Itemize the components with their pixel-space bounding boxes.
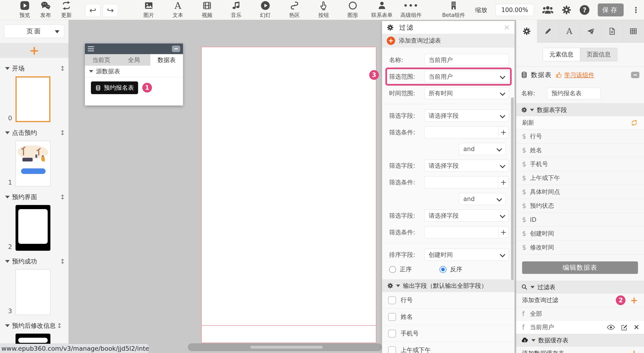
sort-field-select[interactable]: 创建时间 (424, 249, 509, 261)
tab-typography[interactable]: A (559, 20, 580, 42)
help-icon[interactable]: ? (580, 5, 590, 15)
save-button[interactable]: 保存 (598, 4, 624, 16)
tab-page-info[interactable]: 页面信息 (580, 48, 617, 61)
datatable-fields-header[interactable]: 数据表字段 (516, 104, 644, 116)
filter-condition-input[interactable]: + (424, 126, 509, 138)
radio-descending-selected[interactable] (440, 266, 446, 273)
pages-dropdown[interactable]: 页面 (4, 24, 64, 38)
minimize-icon[interactable] (631, 72, 639, 78)
redo-button[interactable]: ↪ (103, 4, 118, 17)
horizontal-scrollbar-thumb[interactable] (250, 346, 323, 348)
tab-current-page[interactable]: 当前页 (85, 54, 118, 66)
filter-condition-input[interactable]: + (424, 226, 509, 238)
data-cache-header[interactable]: 数据缓存表 (516, 334, 644, 346)
tab-send-plane[interactable] (580, 20, 601, 42)
field-row[interactable]: $预约状态 (516, 199, 644, 213)
plus-icon[interactable]: + (498, 226, 509, 238)
hamburger-icon[interactable] (88, 46, 94, 51)
output-fields-header[interactable]: 输出字段（默认输出全部字段） (382, 280, 514, 292)
insert-button-button[interactable]: 按钮 (309, 0, 338, 20)
field-row[interactable]: $上午或下午 (516, 171, 644, 185)
horizontal-scrollbar[interactable] (188, 343, 382, 351)
update-button[interactable]: 更新 (56, 0, 77, 20)
filter-item-row-selected[interactable]: f 当前用户 ✕ (516, 320, 644, 334)
edit-icon[interactable] (621, 324, 628, 331)
move-handle-icon[interactable]: ↕ (57, 322, 62, 330)
checkbox-unchecked[interactable] (388, 296, 396, 304)
tab-table-grid[interactable] (623, 20, 644, 42)
move-handle-icon[interactable]: ↕ (60, 65, 65, 72)
team-icon[interactable] (542, 5, 553, 14)
insert-slideshow-button[interactable]: 幻灯 (251, 0, 280, 20)
logic-operator-select[interactable]: and (459, 143, 506, 155)
scope-select[interactable]: 当前用户 (424, 70, 509, 82)
logic-operator-select[interactable]: and (459, 193, 506, 205)
add-data-cache-row[interactable]: 添加数据缓存表 + (516, 346, 644, 353)
field-row[interactable]: $创建时间 (516, 227, 644, 240)
output-checkbox-row[interactable]: 行号 (382, 292, 514, 308)
output-checkbox-row[interactable]: 姓名 (382, 308, 514, 325)
tab-global[interactable]: 全局 (118, 54, 150, 66)
insert-shape-button[interactable]: 图形 (338, 0, 367, 20)
checkbox-unchecked[interactable] (388, 346, 396, 353)
filter-tables-header[interactable]: 过滤表 (516, 281, 644, 293)
page-section-header[interactable]: 预约成功 ↕ (0, 257, 68, 266)
datatable-item[interactable]: 预约报名表 (91, 82, 138, 94)
field-row[interactable]: $ID (516, 213, 644, 227)
artboard-page[interactable] (201, 47, 376, 343)
tab-element-info[interactable]: 元素信息 (543, 48, 580, 61)
field-row[interactable]: $行号 (516, 130, 644, 144)
publish-button[interactable]: 发布 (35, 0, 56, 20)
advanced-components-button[interactable]: ••• 高级组件 (396, 0, 426, 20)
field-row[interactable]: $手机号 (516, 157, 644, 171)
zoom-input[interactable]: 100.00% (496, 4, 534, 16)
insert-hotzone-button[interactable]: 热区 (280, 0, 309, 20)
close-icon[interactable]: ✕ (504, 23, 510, 32)
insert-text-button[interactable]: A 文本 (163, 0, 192, 20)
field-row[interactable]: $姓名 (516, 144, 644, 157)
plus-icon[interactable]: + (630, 296, 638, 305)
tab-datatable[interactable]: 数据表 (150, 54, 183, 66)
tab-settings-gear[interactable] (516, 20, 537, 42)
checkbox-unchecked[interactable] (388, 313, 396, 321)
edit-datatable-button[interactable]: 编辑数据表 (522, 262, 638, 274)
add-page-button[interactable]: + (0, 43, 68, 58)
vertical-scrollbar-thumb[interactable] (511, 98, 514, 280)
refresh-row[interactable]: 刷新 (516, 116, 644, 130)
page-thumbnail-selected[interactable] (16, 76, 50, 122)
time-range-select[interactable]: 所有时间 (424, 87, 509, 99)
output-checkbox-row[interactable]: 上午或下午 (382, 342, 514, 353)
beta-components-button[interactable]: Beta组件 (434, 0, 473, 20)
move-handle-icon[interactable]: ↕ (60, 258, 65, 265)
move-handle-icon[interactable]: ↕ (60, 129, 65, 137)
filter-name-input[interactable]: 当前用户 (424, 54, 509, 66)
output-checkbox-row[interactable]: 手机号 (382, 325, 514, 342)
plus-icon[interactable]: + (630, 349, 638, 353)
refresh-icon[interactable] (630, 119, 638, 126)
page-thumbnail[interactable] (16, 141, 50, 186)
field-row[interactable]: $修改时间 (516, 240, 644, 254)
filter-field-select[interactable]: 请选择字段 (424, 210, 509, 222)
plus-icon[interactable]: + (498, 126, 509, 138)
field-row[interactable]: $具体时间点 (516, 185, 644, 199)
minimize-icon[interactable] (172, 46, 180, 52)
insert-image-button[interactable]: 图片 (134, 0, 163, 20)
add-query-filter-row[interactable]: 添加查询过滤 2 + (516, 293, 644, 307)
insert-contact-form-button[interactable]: 联系表单 (367, 0, 396, 20)
insert-video-button[interactable]: 视频 (192, 0, 222, 20)
add-query-filter-table-row[interactable]: + 添加查询过滤表 (382, 34, 514, 48)
undo-button[interactable]: ↩ (85, 4, 100, 17)
component-name-input[interactable]: 预约报名表 (547, 88, 601, 99)
page-section-header[interactable]: 点击预约 ↕ (0, 128, 68, 138)
tab-document[interactable] (601, 20, 622, 42)
radio-ascending[interactable] (389, 266, 396, 273)
delete-icon[interactable]: ✕ (634, 323, 639, 331)
filter-item-row[interactable]: f 全部 (516, 307, 644, 320)
insert-music-button[interactable]: 音乐 (222, 0, 251, 20)
plus-icon[interactable]: + (498, 176, 509, 188)
page-thumbnail[interactable] (16, 269, 50, 315)
page-thumbnail[interactable] (16, 205, 50, 251)
page-section-header[interactable]: 预约后修改信息 ↕ (0, 321, 68, 330)
tab-pencil[interactable] (537, 20, 558, 42)
gear-icon[interactable] (562, 5, 571, 15)
